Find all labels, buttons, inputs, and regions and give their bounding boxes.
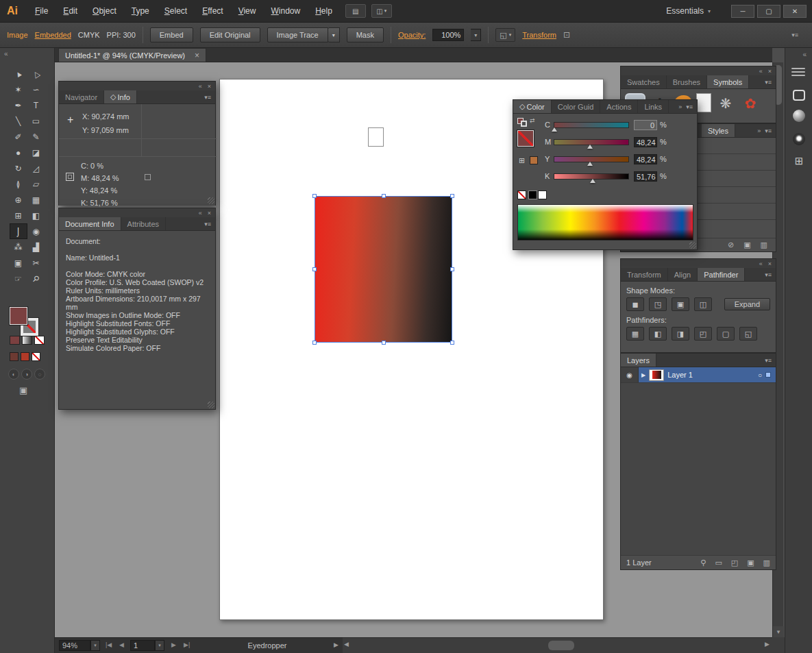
direct-selection-tool[interactable]: △ xyxy=(27,66,45,82)
out-of-web-color-icon[interactable]: ⊞ xyxy=(519,156,525,165)
embedded-link[interactable]: Embedded xyxy=(35,31,71,39)
tab-swatches[interactable]: Swatches xyxy=(621,75,667,88)
slider-pointer[interactable] xyxy=(587,162,593,166)
tab-actions[interactable]: Actions xyxy=(600,100,638,113)
layer-selected-row[interactable]: ▶ Layer 1 ○ xyxy=(639,367,776,382)
color-button[interactable] xyxy=(10,336,20,345)
panel-flyout-icon[interactable]: ▾≡ xyxy=(200,90,215,103)
resize-grip[interactable] xyxy=(208,197,214,204)
tab-links[interactable]: Links xyxy=(638,100,669,113)
pen-tool[interactable]: ✒ xyxy=(10,97,27,113)
paintbrush-tool[interactable]: ✐ xyxy=(10,129,27,145)
slider-pointer[interactable] xyxy=(587,145,593,149)
free-transform-tool[interactable]: ▱ xyxy=(27,176,45,192)
expand-panels-icon[interactable]: « xyxy=(802,51,807,58)
minus-front-button[interactable]: ◳ xyxy=(649,297,667,311)
break-link-icon[interactable]: ⊘ xyxy=(728,241,734,249)
tab-align[interactable]: Align xyxy=(668,268,698,281)
resize-grip[interactable] xyxy=(689,242,696,249)
swatch-red[interactable] xyxy=(21,352,29,361)
new-sublayer-icon[interactable]: ◰ xyxy=(731,558,738,567)
menu-window[interactable]: Window xyxy=(263,0,308,23)
none-button[interactable] xyxy=(34,336,45,345)
panel-flyout-icon[interactable]: ▾≡ xyxy=(686,103,693,110)
panel-flyout-icon[interactable]: ▾≡ xyxy=(761,75,776,88)
menu-file[interactable]: File xyxy=(27,0,56,23)
width-tool[interactable]: ≬ xyxy=(10,176,27,192)
menu-edit[interactable]: Edit xyxy=(56,0,85,23)
menu-object[interactable]: Object xyxy=(85,0,124,23)
toolbar-collapse-icon[interactable]: « xyxy=(0,48,54,60)
gradient-panel-icon[interactable] xyxy=(790,130,808,148)
style-widget[interactable]: ◱▾ xyxy=(495,28,515,42)
lasso-tool[interactable]: ∽ xyxy=(27,82,45,97)
tab-pathfinder[interactable]: Pathfinder xyxy=(698,268,745,281)
layer-thumbnail[interactable] xyxy=(649,369,664,381)
cyan-value-field[interactable]: 0 xyxy=(634,120,657,130)
collapse-icon[interactable]: « xyxy=(759,68,763,75)
slice-tool[interactable]: ✂ xyxy=(27,255,45,271)
new-layer-icon[interactable]: ▣ xyxy=(747,558,754,567)
color-spectrum-bar[interactable] xyxy=(517,204,693,241)
eyedropper-tool[interactable]: ⌡ xyxy=(10,223,27,239)
selection-handle[interactable] xyxy=(450,267,454,271)
tab-info[interactable]: ◇Info xyxy=(104,90,137,103)
small-rectangle-object[interactable] xyxy=(368,127,384,147)
eraser-tool[interactable]: ◪ xyxy=(27,145,45,160)
transform-link[interactable]: Transform xyxy=(522,31,556,39)
zoom-tool[interactable]: ⚲ xyxy=(27,271,45,286)
mask-button[interactable]: Mask xyxy=(347,27,384,42)
app-logo[interactable]: Ai xyxy=(0,5,27,17)
next-artboard-button[interactable]: ▶ xyxy=(171,641,176,648)
divide-button[interactable]: ▦ xyxy=(626,327,644,341)
embed-button[interactable]: Embed xyxy=(150,27,193,42)
tab-close-icon[interactable]: × xyxy=(195,51,199,60)
menu-help[interactable]: Help xyxy=(308,0,340,23)
maximize-button[interactable]: ▢ xyxy=(757,5,780,18)
tab-symbols[interactable]: Symbols xyxy=(707,75,749,88)
yellow-value-field[interactable]: 48,24 xyxy=(634,154,657,164)
selection-handle[interactable] xyxy=(382,194,386,198)
panel-flyout-icon[interactable]: ▾≡ xyxy=(200,217,215,230)
unite-button[interactable]: ◼ xyxy=(626,297,644,311)
tab-navigator[interactable]: Navigator xyxy=(59,90,104,103)
make-clipping-mask-icon[interactable]: ▭ xyxy=(715,558,722,567)
magenta-value-field[interactable]: 48,24 xyxy=(634,137,657,147)
merge-button[interactable]: ◨ xyxy=(672,327,689,341)
mesh-tool[interactable]: ⊞ xyxy=(10,208,27,223)
collapse-icon[interactable]: « xyxy=(759,260,763,267)
panel-menu-icon[interactable] xyxy=(791,66,805,78)
blob-brush-tool[interactable]: ● xyxy=(10,145,27,160)
swatch-none[interactable] xyxy=(32,352,40,361)
document-tab[interactable]: Untitled-1* @ 94% (CMYK/Preview) × xyxy=(58,48,206,62)
gradient-square-object[interactable] xyxy=(315,196,452,343)
scale-tool[interactable]: ◿ xyxy=(27,160,45,176)
minimize-button[interactable]: ─ xyxy=(731,5,754,18)
draw-behind-mode-button[interactable]: ◑ xyxy=(21,369,32,380)
rotate-tool[interactable]: ↻ xyxy=(10,160,27,176)
collapse-right-icon[interactable]: » xyxy=(757,127,761,134)
locate-object-icon[interactable]: ⚲ xyxy=(700,558,706,567)
horizontal-scrollbar-thumb[interactable] xyxy=(548,641,574,650)
resize-grip[interactable] xyxy=(208,402,214,408)
screen-mode-button[interactable]: ▣ xyxy=(19,385,27,395)
menu-select[interactable]: Select xyxy=(157,0,195,23)
layer-name[interactable]: Layer 1 xyxy=(667,371,693,379)
color-panel-icon[interactable] xyxy=(790,86,808,104)
close-icon[interactable]: × xyxy=(768,68,772,75)
line-segment-tool[interactable]: ╲ xyxy=(10,113,27,129)
tab-document-info[interactable]: Document Info xyxy=(59,217,121,230)
close-icon[interactable]: × xyxy=(208,83,211,90)
delete-style-icon[interactable]: ▥ xyxy=(761,241,767,249)
artboard-dropdown[interactable]: ▾ xyxy=(155,640,164,651)
collapse-icon[interactable]: « xyxy=(199,83,202,90)
crop-button[interactable]: ◰ xyxy=(694,327,712,341)
selection-handle[interactable] xyxy=(312,267,317,271)
swatch-dark-brown[interactable] xyxy=(10,352,19,361)
tab-attributes[interactable]: Attributes xyxy=(121,217,166,230)
yellow-slider[interactable] xyxy=(554,156,629,162)
draw-normal-mode-button[interactable]: ◐ xyxy=(8,369,19,380)
opacity-label[interactable]: Opacity: xyxy=(398,31,426,39)
close-icon[interactable]: × xyxy=(768,260,772,267)
symbols-panel-icon[interactable]: ⊞ xyxy=(790,152,808,170)
